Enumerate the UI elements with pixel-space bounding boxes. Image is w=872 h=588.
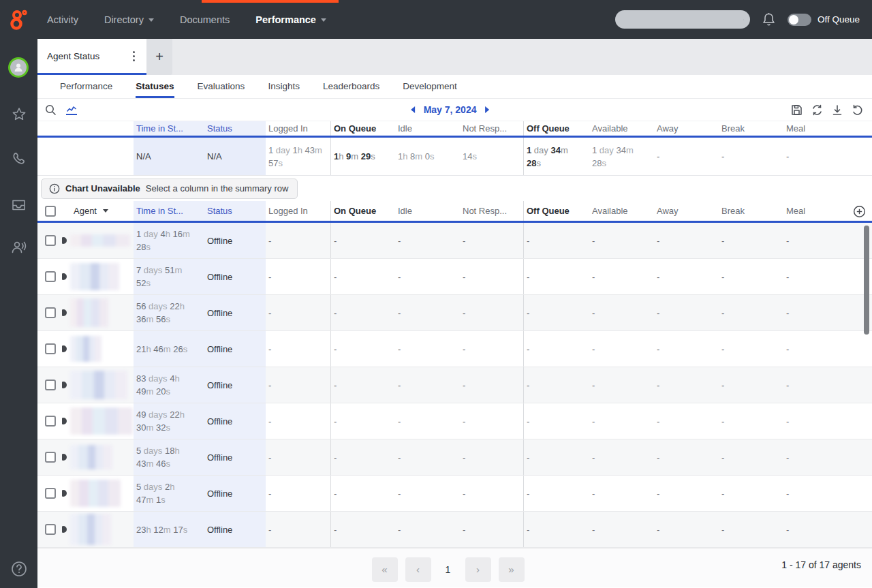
row-checkbox[interactable] [45,488,56,499]
agent-name-cell [62,403,134,439]
agent-name-redacted[interactable] [70,298,108,327]
help-icon[interactable] [0,553,37,585]
row-checkbox[interactable] [45,235,56,246]
agent-name-redacted[interactable] [70,407,133,435]
last-page-button[interactable]: » [499,557,525,582]
calls-phone-icon[interactable] [0,143,37,174]
column-header-off-queue[interactable]: Off Queue [523,201,589,221]
download-icon[interactable] [832,104,843,116]
duration-value: 1 day 4h 16m 28s [136,228,193,253]
cell-logged-in: - [266,439,330,475]
tab-agent-status[interactable]: Agent Status [37,39,146,75]
column-header-on-queue[interactable]: On Queue [330,201,395,221]
favorites-star-icon[interactable] [0,99,37,130]
agent-name-redacted[interactable] [70,445,112,469]
summary-header-not-responding[interactable]: Not Resp... [460,121,523,136]
add-column-icon[interactable] [853,205,866,218]
row-checkbox[interactable] [45,271,56,282]
summary-header-status[interactable]: Status [204,121,266,136]
row-checkbox[interactable] [45,452,56,463]
row-checkbox[interactable] [45,343,56,354]
summary-header-away[interactable]: Away [654,121,719,136]
summary-header-off-queue[interactable]: Off Queue [523,121,589,136]
previous-page-button[interactable]: ‹ [405,557,431,582]
column-header-idle[interactable]: Idle [395,201,460,221]
agent-name-redacted[interactable] [70,263,119,290]
global-search-input[interactable] [615,14,743,25]
current-date[interactable]: May 7, 2024 [424,104,477,115]
row-checkbox-cell [37,439,62,475]
search-icon [743,14,744,25]
cell-away: - [654,367,719,403]
nav-performance[interactable]: Performance [255,14,326,25]
summary-header-meal[interactable]: Meal [783,121,872,136]
agent-activity-icon[interactable] [0,232,37,263]
select-all-checkbox[interactable] [45,206,56,217]
cell-off-queue: - [523,367,589,403]
row-checkbox[interactable] [45,380,56,390]
tab-leaderboards[interactable]: Leaderboards [323,75,379,98]
column-header-available[interactable]: Available [589,201,654,221]
nav-activity[interactable]: Activity [47,14,78,25]
previous-day-arrow[interactable] [411,106,415,113]
nav-documents[interactable]: Documents [180,14,230,25]
row-checkbox-cell [37,476,62,511]
agent-name-redacted[interactable] [70,514,111,545]
agent-name-redacted[interactable] [70,371,127,399]
tab-development-label: Development [403,81,457,91]
tab-menu-kebab-icon[interactable] [129,48,138,64]
summary-header-logged-in[interactable]: Logged In [266,121,330,136]
column-header-break[interactable]: Break [719,201,783,221]
agent-row: 23h 12m 17sOffline--------- [37,512,872,548]
reset-undo-icon[interactable] [852,104,863,116]
global-search[interactable] [615,10,750,29]
column-header-time-in-status[interactable]: Time in St... [134,201,204,221]
first-page-button[interactable]: « [372,557,398,582]
next-page-button[interactable]: › [465,557,491,582]
row-checkbox-cell [37,403,62,439]
cell-logged-in: - [266,223,330,258]
summary-header-time-in-status[interactable]: Time in St... [134,121,204,136]
summary-header-available[interactable]: Available [589,121,654,136]
summary-header-break[interactable]: Break [719,121,783,136]
save-icon[interactable] [791,104,803,116]
inbox-tray-icon[interactable] [0,189,37,221]
notifications-bell-icon[interactable] [762,12,775,27]
add-tab-button[interactable]: + [146,39,172,75]
agent-name-redacted[interactable] [70,336,102,362]
summary-header-idle[interactable]: Idle [395,121,460,136]
cell-status: Offline [204,223,266,258]
column-header-status[interactable]: Status [204,201,266,221]
vertical-scrollbar[interactable] [864,226,869,335]
tab-statuses[interactable]: Statuses [136,75,174,98]
column-header-not-responding[interactable]: Not Resp... [460,201,523,221]
row-checkbox[interactable] [45,307,56,318]
user-avatar[interactable] [8,57,29,78]
filter-search-icon[interactable] [45,104,57,116]
next-day-arrow[interactable] [485,106,489,113]
agent-column-header[interactable]: Agent [62,201,134,221]
genesys-logo[interactable] [0,10,37,30]
cell-logged-in: - [266,367,330,403]
tab-development[interactable]: Development [403,75,457,98]
cell-idle: - [395,512,460,547]
column-header-logged-in[interactable]: Logged In [266,201,330,221]
agent-name-cell [62,512,134,547]
cell-away: - [654,295,719,330]
agent-name-redacted[interactable] [70,234,130,247]
summary-header-on-queue[interactable]: On Queue [330,121,395,136]
off-queue-toggle[interactable] [788,14,811,26]
nav-directory[interactable]: Directory [104,14,154,25]
summary-cell-status: N/A [204,138,266,175]
refresh-icon[interactable] [811,104,823,116]
trend-chart-icon[interactable] [66,104,77,115]
row-checkbox[interactable] [45,416,56,427]
cell-status: Offline [204,331,266,367]
tab-insights[interactable]: Insights [268,75,300,98]
cell-available: - [589,331,654,367]
row-checkbox[interactable] [45,524,56,535]
tab-evaluations[interactable]: Evaluations [198,75,245,98]
tab-performance[interactable]: Performance [60,75,112,98]
column-header-away[interactable]: Away [654,201,719,221]
agent-name-redacted[interactable] [70,480,121,507]
